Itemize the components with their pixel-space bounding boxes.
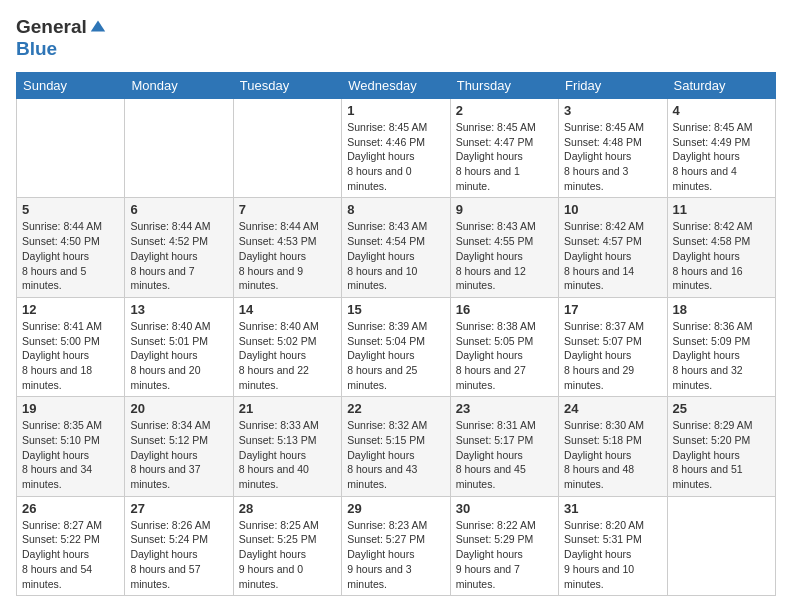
day-number: 2 (456, 103, 553, 118)
calendar-cell (233, 99, 341, 198)
day-number: 9 (456, 202, 553, 217)
weekday-header-wednesday: Wednesday (342, 73, 450, 99)
day-number: 5 (22, 202, 119, 217)
day-info: Sunrise: 8:44 AM Sunset: 4:50 PM Dayligh… (22, 219, 119, 292)
calendar-cell: 13 Sunrise: 8:40 AM Sunset: 5:01 PM Dayl… (125, 297, 233, 396)
calendar-cell: 11 Sunrise: 8:42 AM Sunset: 4:58 PM Dayl… (667, 198, 775, 297)
day-info: Sunrise: 8:44 AM Sunset: 4:53 PM Dayligh… (239, 219, 336, 292)
day-info: Sunrise: 8:42 AM Sunset: 4:57 PM Dayligh… (564, 219, 661, 292)
calendar-week-3: 12 Sunrise: 8:41 AM Sunset: 5:00 PM Dayl… (17, 297, 776, 396)
calendar-cell: 7 Sunrise: 8:44 AM Sunset: 4:53 PM Dayli… (233, 198, 341, 297)
calendar-cell: 27 Sunrise: 8:26 AM Sunset: 5:24 PM Dayl… (125, 496, 233, 595)
day-info: Sunrise: 8:25 AM Sunset: 5:25 PM Dayligh… (239, 518, 336, 591)
logo-blue-text: Blue (16, 38, 57, 59)
calendar-cell: 24 Sunrise: 8:30 AM Sunset: 5:18 PM Dayl… (559, 397, 667, 496)
day-number: 19 (22, 401, 119, 416)
day-number: 21 (239, 401, 336, 416)
calendar-cell: 29 Sunrise: 8:23 AM Sunset: 5:27 PM Dayl… (342, 496, 450, 595)
calendar-week-4: 19 Sunrise: 8:35 AM Sunset: 5:10 PM Dayl… (17, 397, 776, 496)
page: General Blue SundayMondayTuesdayWednesda… (0, 0, 792, 612)
day-number: 1 (347, 103, 444, 118)
calendar-cell: 21 Sunrise: 8:33 AM Sunset: 5:13 PM Dayl… (233, 397, 341, 496)
day-number: 13 (130, 302, 227, 317)
weekday-header-monday: Monday (125, 73, 233, 99)
day-number: 25 (673, 401, 770, 416)
calendar-cell: 18 Sunrise: 8:36 AM Sunset: 5:09 PM Dayl… (667, 297, 775, 396)
calendar-week-2: 5 Sunrise: 8:44 AM Sunset: 4:50 PM Dayli… (17, 198, 776, 297)
calendar-cell: 15 Sunrise: 8:39 AM Sunset: 5:04 PM Dayl… (342, 297, 450, 396)
day-info: Sunrise: 8:40 AM Sunset: 5:02 PM Dayligh… (239, 319, 336, 392)
day-info: Sunrise: 8:45 AM Sunset: 4:46 PM Dayligh… (347, 120, 444, 193)
day-number: 29 (347, 501, 444, 516)
day-info: Sunrise: 8:43 AM Sunset: 4:55 PM Dayligh… (456, 219, 553, 292)
day-info: Sunrise: 8:32 AM Sunset: 5:15 PM Dayligh… (347, 418, 444, 491)
day-number: 7 (239, 202, 336, 217)
day-number: 12 (22, 302, 119, 317)
calendar-cell: 23 Sunrise: 8:31 AM Sunset: 5:17 PM Dayl… (450, 397, 558, 496)
day-info: Sunrise: 8:43 AM Sunset: 4:54 PM Dayligh… (347, 219, 444, 292)
day-number: 17 (564, 302, 661, 317)
day-number: 22 (347, 401, 444, 416)
calendar-cell: 22 Sunrise: 8:32 AM Sunset: 5:15 PM Dayl… (342, 397, 450, 496)
logo-icon (89, 17, 107, 35)
day-number: 4 (673, 103, 770, 118)
day-info: Sunrise: 8:41 AM Sunset: 5:00 PM Dayligh… (22, 319, 119, 392)
day-info: Sunrise: 8:33 AM Sunset: 5:13 PM Dayligh… (239, 418, 336, 491)
day-info: Sunrise: 8:38 AM Sunset: 5:05 PM Dayligh… (456, 319, 553, 392)
day-number: 30 (456, 501, 553, 516)
calendar-cell: 17 Sunrise: 8:37 AM Sunset: 5:07 PM Dayl… (559, 297, 667, 396)
day-info: Sunrise: 8:30 AM Sunset: 5:18 PM Dayligh… (564, 418, 661, 491)
day-info: Sunrise: 8:27 AM Sunset: 5:22 PM Dayligh… (22, 518, 119, 591)
logo: General Blue (16, 16, 107, 60)
weekday-header-sunday: Sunday (17, 73, 125, 99)
day-number: 11 (673, 202, 770, 217)
day-number: 23 (456, 401, 553, 416)
day-number: 24 (564, 401, 661, 416)
calendar-cell: 4 Sunrise: 8:45 AM Sunset: 4:49 PM Dayli… (667, 99, 775, 198)
calendar-cell: 6 Sunrise: 8:44 AM Sunset: 4:52 PM Dayli… (125, 198, 233, 297)
svg-marker-0 (91, 21, 105, 32)
calendar-cell: 31 Sunrise: 8:20 AM Sunset: 5:31 PM Dayl… (559, 496, 667, 595)
day-info: Sunrise: 8:29 AM Sunset: 5:20 PM Dayligh… (673, 418, 770, 491)
calendar-cell: 28 Sunrise: 8:25 AM Sunset: 5:25 PM Dayl… (233, 496, 341, 595)
calendar-cell: 1 Sunrise: 8:45 AM Sunset: 4:46 PM Dayli… (342, 99, 450, 198)
calendar-cell: 3 Sunrise: 8:45 AM Sunset: 4:48 PM Dayli… (559, 99, 667, 198)
day-info: Sunrise: 8:23 AM Sunset: 5:27 PM Dayligh… (347, 518, 444, 591)
day-number: 3 (564, 103, 661, 118)
calendar-cell: 2 Sunrise: 8:45 AM Sunset: 4:47 PM Dayli… (450, 99, 558, 198)
day-info: Sunrise: 8:26 AM Sunset: 5:24 PM Dayligh… (130, 518, 227, 591)
day-number: 31 (564, 501, 661, 516)
calendar-cell (125, 99, 233, 198)
day-info: Sunrise: 8:34 AM Sunset: 5:12 PM Dayligh… (130, 418, 227, 491)
day-info: Sunrise: 8:45 AM Sunset: 4:49 PM Dayligh… (673, 120, 770, 193)
calendar-table: SundayMondayTuesdayWednesdayThursdayFrid… (16, 72, 776, 596)
calendar-cell: 9 Sunrise: 8:43 AM Sunset: 4:55 PM Dayli… (450, 198, 558, 297)
calendar-cell: 14 Sunrise: 8:40 AM Sunset: 5:02 PM Dayl… (233, 297, 341, 396)
calendar-week-5: 26 Sunrise: 8:27 AM Sunset: 5:22 PM Dayl… (17, 496, 776, 595)
day-number: 27 (130, 501, 227, 516)
day-number: 18 (673, 302, 770, 317)
calendar-cell: 26 Sunrise: 8:27 AM Sunset: 5:22 PM Dayl… (17, 496, 125, 595)
day-info: Sunrise: 8:22 AM Sunset: 5:29 PM Dayligh… (456, 518, 553, 591)
header: General Blue (16, 16, 776, 60)
day-number: 26 (22, 501, 119, 516)
calendar-cell: 16 Sunrise: 8:38 AM Sunset: 5:05 PM Dayl… (450, 297, 558, 396)
calendar-cell: 25 Sunrise: 8:29 AM Sunset: 5:20 PM Dayl… (667, 397, 775, 496)
weekday-header-tuesday: Tuesday (233, 73, 341, 99)
day-info: Sunrise: 8:45 AM Sunset: 4:48 PM Dayligh… (564, 120, 661, 193)
logo-general-text: General (16, 16, 87, 38)
day-number: 10 (564, 202, 661, 217)
day-number: 14 (239, 302, 336, 317)
day-info: Sunrise: 8:37 AM Sunset: 5:07 PM Dayligh… (564, 319, 661, 392)
calendar-cell: 30 Sunrise: 8:22 AM Sunset: 5:29 PM Dayl… (450, 496, 558, 595)
day-number: 16 (456, 302, 553, 317)
day-info: Sunrise: 8:40 AM Sunset: 5:01 PM Dayligh… (130, 319, 227, 392)
calendar-cell: 20 Sunrise: 8:34 AM Sunset: 5:12 PM Dayl… (125, 397, 233, 496)
calendar-cell: 10 Sunrise: 8:42 AM Sunset: 4:57 PM Dayl… (559, 198, 667, 297)
calendar-cell (667, 496, 775, 595)
calendar-cell: 12 Sunrise: 8:41 AM Sunset: 5:00 PM Dayl… (17, 297, 125, 396)
calendar-cell (17, 99, 125, 198)
weekday-header-thursday: Thursday (450, 73, 558, 99)
day-info: Sunrise: 8:45 AM Sunset: 4:47 PM Dayligh… (456, 120, 553, 193)
calendar-cell: 5 Sunrise: 8:44 AM Sunset: 4:50 PM Dayli… (17, 198, 125, 297)
